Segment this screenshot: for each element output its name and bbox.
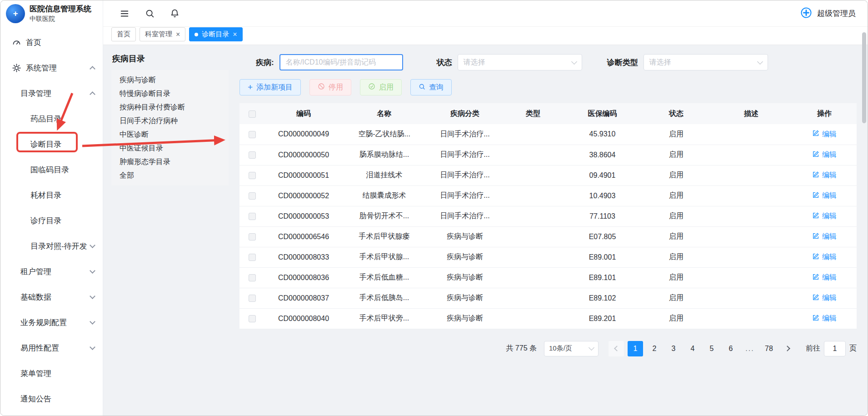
row-checkbox-cell — [239, 145, 265, 165]
close-icon[interactable]: × — [176, 31, 180, 38]
tab-bar: 首页科室管理×诊断目录× — [103, 27, 868, 45]
cell-insurance_code: 38.8604 — [563, 145, 642, 165]
plus-icon: + — [248, 83, 253, 91]
add-new-item-button[interactable]: + 添加新项目 — [239, 79, 301, 95]
sidebar-item-usability-config[interactable]: 易用性配置 — [0, 335, 103, 361]
row-checkbox[interactable] — [249, 254, 256, 261]
row-checkbox[interactable] — [249, 151, 256, 159]
cell-name: 手术后低胰岛... — [342, 288, 426, 308]
cell-code: CD0000000052 — [265, 185, 342, 206]
page-button-6[interactable]: 6 — [723, 341, 738, 356]
sidebar-menu: 首页系统管理目录管理药品目录诊断目录国临码目录耗材目录诊疗目录目录对照-待开发租… — [0, 30, 103, 411]
cell-type — [504, 288, 563, 308]
cell-type — [504, 206, 563, 226]
sidebar-item-diagnosis-catalog[interactable]: 诊断目录 — [0, 131, 103, 157]
catalog-item-disease-and-diagnosis[interactable]: 疾病与诊断 — [111, 73, 229, 87]
close-icon[interactable]: × — [233, 31, 237, 38]
main-panel: 疾病: 状态 请选择 诊断类型 请选择 + 添加新项目 — [239, 53, 857, 416]
edit-button[interactable]: 编辑 — [812, 252, 837, 262]
column-header: 类型 — [504, 103, 563, 124]
page-size-select[interactable]: 10条/页 — [544, 341, 599, 356]
sidebar-item-catalog-management[interactable]: 目录管理 — [0, 80, 103, 106]
cell-description — [710, 145, 792, 165]
total-count: 共 775 条 — [506, 344, 537, 353]
catalog-item-tumor-morphology-catalog[interactable]: 肿瘤形态学目录 — [111, 155, 229, 169]
catalog-item-per-disease-payment-diagnosis[interactable]: 按病种目录付费诊断 — [111, 100, 229, 114]
tab-diagnosis-catalog[interactable]: 诊断目录× — [189, 27, 242, 41]
cell-name: 手术后甲状旁... — [342, 308, 426, 329]
row-checkbox[interactable] — [249, 315, 256, 322]
row-checkbox[interactable] — [249, 295, 256, 302]
edit-button[interactable]: 编辑 — [812, 232, 837, 241]
status-select[interactable]: 请选择 — [458, 54, 582, 70]
hamburger-menu-icon[interactable] — [120, 9, 130, 19]
page-button-78[interactable]: 78 — [761, 341, 777, 356]
sidebar-item-tenant-management[interactable]: 租户管理 — [0, 259, 103, 284]
edit-button[interactable]: 编辑 — [812, 130, 837, 139]
page-button-3[interactable]: 3 — [666, 341, 681, 356]
sidebar-item-consumable-catalog[interactable]: 耗材目录 — [0, 182, 103, 208]
sidebar-item-home[interactable]: 首页 — [0, 30, 103, 55]
cell-action: 编辑 — [792, 226, 857, 247]
catalog-item-tcm-diagnosis[interactable]: 中医诊断 — [111, 128, 229, 141]
cell-action: 编辑 — [792, 185, 857, 206]
bell-icon[interactable] — [170, 9, 180, 18]
page-button-2[interactable]: 2 — [647, 341, 662, 356]
catalog-item-day-surgery-disease[interactable]: 日间手术治疗病种 — [111, 114, 229, 128]
row-checkbox[interactable] — [249, 192, 256, 200]
cell-action: 编辑 — [792, 308, 857, 329]
sidebar-item-label: 首页 — [26, 37, 41, 48]
enable-button[interactable]: 启用 — [360, 79, 402, 95]
edit-button[interactable]: 编辑 — [812, 293, 837, 303]
diagnosis-type-select[interactable]: 请选择 — [644, 54, 768, 70]
row-checkbox-cell — [239, 288, 265, 308]
prev-page-button[interactable] — [609, 341, 624, 356]
catalog-panel: 疾病目录 疾病与诊断特慢病诊断目录按病种目录付费诊断日间手术治疗病种中医诊断中医… — [111, 53, 229, 416]
sidebar-item-menu-management[interactable]: 菜单管理 — [0, 361, 103, 386]
cell-category: 日间手术治疗... — [426, 124, 504, 145]
query-button[interactable]: 查询 — [410, 79, 452, 95]
edit-button[interactable]: 编辑 — [812, 150, 837, 160]
catalog-item-special-chronic-diagnosis[interactable]: 特慢病诊断目录 — [111, 87, 229, 100]
cell-category: 日间手术治疗... — [426, 206, 504, 226]
sidebar-item-national-code-catalog[interactable]: 国临码目录 — [0, 157, 103, 182]
edit-button[interactable]: 编辑 — [812, 273, 837, 282]
edit-button[interactable]: 编辑 — [812, 170, 837, 180]
row-checkbox[interactable] — [249, 172, 256, 179]
disease-search-input[interactable] — [279, 54, 403, 70]
sidebar-item-catalog-mapping-todo[interactable]: 目录对照-待开发 — [0, 233, 103, 259]
table-row: CD0000000049空肠-乙状结肠...日间手术治疗...45.9310启用… — [239, 124, 857, 145]
tab-home[interactable]: 首页 — [111, 27, 136, 41]
edit-button[interactable]: 编辑 — [812, 314, 837, 323]
sidebar-item-base-data[interactable]: 基础数据 — [0, 284, 103, 310]
sidebar-item-label: 诊断目录 — [30, 139, 61, 150]
page-button-1[interactable]: 1 — [628, 341, 643, 356]
sidebar-item-drug-catalog[interactable]: 药品目录 — [0, 106, 103, 131]
sidebar-item-treatment-catalog[interactable]: 诊疗目录 — [0, 208, 103, 233]
select-all-checkbox[interactable] — [249, 110, 256, 118]
catalog-item-tcm-syndrome-catalog[interactable]: 中医证候目录 — [111, 141, 229, 155]
row-checkbox[interactable] — [249, 274, 256, 281]
row-checkbox[interactable] — [249, 131, 256, 138]
catalog-item-all[interactable]: 全部 — [111, 169, 229, 182]
user-menu[interactable]: 超级管理员 — [800, 6, 856, 21]
sidebar-item-system-management[interactable]: 系统管理 — [0, 55, 103, 80]
chevron-down-icon — [90, 242, 95, 248]
tab-department-management[interactable]: 科室管理× — [140, 27, 185, 41]
next-page-button[interactable] — [780, 341, 796, 356]
disable-button[interactable]: 停用 — [309, 79, 351, 95]
cell-name: 泪道挂线术 — [342, 165, 426, 185]
edit-button[interactable]: 编辑 — [812, 211, 837, 221]
chevron-down-icon — [571, 59, 577, 65]
page-button-4[interactable]: 4 — [685, 341, 700, 356]
sidebar-item-notice[interactable]: 通知公告 — [0, 386, 103, 411]
row-checkbox[interactable] — [249, 233, 256, 241]
vertical-scrollbar[interactable] — [862, 32, 866, 123]
sidebar-item-business-rule-config[interactable]: 业务规则配置 — [0, 310, 103, 335]
page-button-5[interactable]: 5 — [704, 341, 719, 356]
sidebar-item-label: 租户管理 — [20, 266, 51, 277]
edit-button[interactable]: 编辑 — [812, 191, 837, 200]
goto-page-input[interactable] — [824, 341, 846, 356]
row-checkbox[interactable] — [249, 213, 256, 220]
search-icon[interactable] — [145, 9, 155, 18]
